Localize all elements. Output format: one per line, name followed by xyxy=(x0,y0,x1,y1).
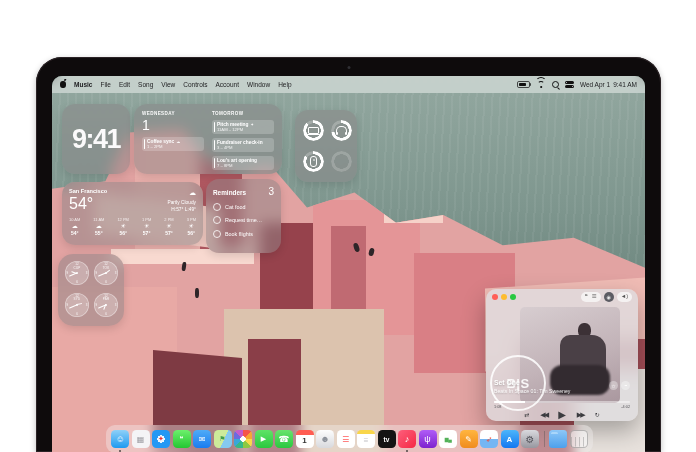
menu-bar-clock[interactable]: Wed Apr 1 9:41 AM xyxy=(580,81,637,88)
dock-icon-app-store[interactable]: A xyxy=(501,430,519,448)
weather-condition: Partly Cloudy xyxy=(167,199,196,206)
menu-help[interactable]: Help xyxy=(278,81,291,88)
battery-ring-mouse xyxy=(303,151,324,172)
previous-button[interactable]: ◀◀ xyxy=(540,411,547,418)
apple-menu-icon[interactable] xyxy=(60,81,66,88)
event-time: 3 – 4PM xyxy=(217,145,271,150)
weather-hour: 3 PM☀56° xyxy=(187,217,196,236)
music-player-window[interactable]: ❝ ☰ ◉ ◄) B|S Set One Beats In Space 01: … xyxy=(486,289,638,421)
menu-app-name[interactable]: Music xyxy=(74,81,92,88)
dock-separator xyxy=(544,431,545,447)
running-indicator xyxy=(406,450,408,452)
laptop-icon xyxy=(308,127,319,135)
event-time: 7 – 8PM xyxy=(217,163,271,168)
clock-face: TOK 12369 xyxy=(94,261,118,285)
volume-icon[interactable]: ◄) xyxy=(621,294,628,300)
menu-view[interactable]: View xyxy=(161,81,175,88)
calendar-tomorrow-label: TOMORROW xyxy=(212,111,274,116)
clock-time: 9:41 xyxy=(72,124,120,155)
dock-icon-maps[interactable]: ⚑ xyxy=(214,430,232,448)
dock-icon-messages[interactable]: ❝ xyxy=(173,430,191,448)
repeat-button[interactable]: ↻ xyxy=(595,412,600,418)
menu-file[interactable]: File xyxy=(100,81,110,88)
dock-icon-mail[interactable]: ✉ xyxy=(193,430,211,448)
menu-song[interactable]: Song xyxy=(138,81,153,88)
zoom-button[interactable] xyxy=(510,294,516,300)
battery-icon[interactable] xyxy=(517,81,530,89)
reminders-widget[interactable]: Reminders 3 Cat food Request time… Book … xyxy=(206,179,281,253)
wifi-icon[interactable] xyxy=(536,81,546,88)
weather-hour-icon: ☀ xyxy=(142,222,151,230)
dock: ☺ ▦ ✦ ❝ ✉ ⚑ ▶ ☎ 1 ☻ ☰ ≡ tv ♪ ψ ▆▄ ✎ ➶ A … xyxy=(106,425,593,452)
search-icon[interactable] xyxy=(552,81,559,88)
video-call-icon: ☁ xyxy=(176,139,180,144)
dock-icon-reminders[interactable]: ☰ xyxy=(337,430,355,448)
dock-icon-calendar[interactable]: 1 xyxy=(296,430,314,448)
reminder-label: Cat food xyxy=(225,204,245,210)
dock-icon-tv[interactable]: tv xyxy=(378,430,396,448)
menu-account[interactable]: Account xyxy=(216,81,240,88)
next-button[interactable]: ▶▶ xyxy=(577,411,584,418)
progress-bar[interactable] xyxy=(494,401,630,403)
dock-icon-photos[interactable] xyxy=(234,430,252,448)
weather-hour-icon: ☁ xyxy=(69,222,80,230)
more-button[interactable]: ••• xyxy=(621,381,630,390)
calendar-widget[interactable]: WEDNESDAY 1 Coffee sync☁ 1 – 2PM TOMORRO… xyxy=(134,104,282,174)
reminder-item[interactable]: Book flights xyxy=(213,230,274,238)
menu-edit[interactable]: Edit xyxy=(119,81,130,88)
menu-controls[interactable]: Controls xyxy=(183,81,207,88)
dock-icon-launchpad[interactable]: ▦ xyxy=(132,430,150,448)
event-title: Fundraiser check-in xyxy=(217,140,271,145)
calendar-event[interactable]: Fundraiser check-in 3 – 4PM xyxy=(212,138,274,153)
clock-widget[interactable]: 9:41 xyxy=(62,104,130,174)
airplay-icon[interactable]: ◉ xyxy=(604,292,614,302)
dock-icon-contacts[interactable]: ☻ xyxy=(316,430,334,448)
weather-widget[interactable]: San Francisco 54° ☁ Partly Cloudy H:57° … xyxy=(62,182,203,245)
minimize-button[interactable] xyxy=(501,294,507,300)
checkbox-icon[interactable] xyxy=(213,216,221,224)
clock-face: CUP 12369 xyxy=(65,261,89,285)
dock-icon-podcasts[interactable]: ψ xyxy=(419,430,437,448)
city-label: CUP xyxy=(65,266,89,270)
event-title: Coffee sync xyxy=(147,139,174,144)
lyrics-icon[interactable]: ❝ xyxy=(585,294,588,300)
calendar-day-name: WEDNESDAY xyxy=(142,111,204,116)
weather-hour: 11 AM☁55° xyxy=(93,217,104,236)
dock-icon-safari[interactable]: ✦ xyxy=(152,430,170,448)
weather-hour-icon: ☁ xyxy=(93,222,104,230)
dock-icon-music[interactable]: ♪ xyxy=(398,430,416,448)
weather-hour-icon: ☀ xyxy=(187,222,196,230)
world-clock-widget[interactable]: CUP 12369 TOK 12369 SYD 12369 PAR 12369 xyxy=(58,254,124,326)
close-button[interactable] xyxy=(492,294,498,300)
dock-icon-trash[interactable] xyxy=(570,430,588,448)
weather-hour: 10 AM☁54° xyxy=(69,217,80,236)
dock-icon-pages[interactable]: ✎ xyxy=(460,430,478,448)
dock-icon-facetime[interactable]: ▶ xyxy=(255,430,273,448)
reminders-count: 3 xyxy=(268,186,274,197)
event-badge-icon: ✦ xyxy=(250,122,253,127)
checkbox-icon[interactable] xyxy=(213,203,221,211)
weather-city: San Francisco xyxy=(69,188,107,194)
play-button[interactable]: ▶ xyxy=(558,410,566,420)
dock-icon-notes[interactable]: ≡ xyxy=(357,430,375,448)
weather-hour-icon: ☀ xyxy=(164,222,173,230)
shuffle-button[interactable]: ⇄ xyxy=(524,412,529,418)
calendar-event[interactable]: Lou's art opening 7 – 8PM xyxy=(212,156,274,171)
reminder-item[interactable]: Cat food xyxy=(213,203,274,211)
queue-icon[interactable]: ☰ xyxy=(592,294,597,300)
calendar-event[interactable]: Pitch meeting✦ 11AM – 12PM xyxy=(212,120,274,135)
dock-icon-settings[interactable]: ⚙ xyxy=(521,430,539,448)
menu-window[interactable]: Window xyxy=(247,81,270,88)
dock-icon-numbers[interactable]: ▆▄ xyxy=(439,430,457,448)
dock-icon-phone[interactable]: ☎ xyxy=(275,430,293,448)
batteries-widget[interactable] xyxy=(295,110,357,182)
reminder-item[interactable]: Request time… xyxy=(213,216,274,224)
calendar-event[interactable]: Coffee sync☁ 1 – 2PM xyxy=(142,137,204,152)
checkbox-icon[interactable] xyxy=(213,230,221,238)
running-indicator xyxy=(119,450,121,452)
dock-icon-downloads-folder[interactable] xyxy=(549,430,567,448)
favorite-button[interactable]: ☆ xyxy=(609,381,618,390)
control-center-icon[interactable] xyxy=(565,81,574,88)
dock-icon-finder[interactable]: ☺ xyxy=(111,430,129,448)
dock-icon-playgrounds[interactable]: ➶ xyxy=(480,430,498,448)
